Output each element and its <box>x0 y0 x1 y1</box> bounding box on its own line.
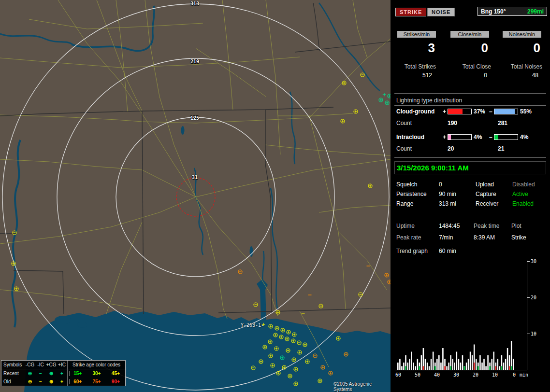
range-ring-label: 219 <box>190 59 199 64</box>
trend-axes <box>395 260 530 370</box>
age-code-60: 60+ <box>69 379 86 384</box>
strikes-per-min-value: 3 <box>397 41 435 56</box>
minus-sign: – <box>489 134 492 140</box>
minus-sign: – <box>489 108 492 115</box>
intracloud-label: Intracloud <box>396 134 424 140</box>
bearing-display: Bng 150° 299mi <box>478 7 547 16</box>
total-close-value: 0 <box>447 72 491 79</box>
stormtracker-window: 313 219 125 31 Y-263-1- ©2005 Astrogenic… <box>0 0 550 392</box>
ic-minus-old-icon: − <box>35 379 46 384</box>
cg-minus-bar <box>494 109 518 114</box>
peak-time-label: Peak time <box>474 223 499 229</box>
age-code-15: 15+ <box>69 371 86 376</box>
svg-text:20: 20 <box>531 295 536 300</box>
legend-col-ic-plus: +IC <box>57 362 67 367</box>
bearing-label: Bng 150° <box>481 8 506 15</box>
capture-status: Active <box>512 191 528 197</box>
trend-graph-label: Trend graph <box>396 248 428 254</box>
range-value: 313 mi <box>439 200 456 207</box>
svg-text:0: 0 <box>513 372 516 378</box>
ic-plus-old-icon: + <box>57 379 67 384</box>
plot-label: Plot <box>511 223 521 229</box>
range-label: Range <box>396 200 413 207</box>
age-code-75: 75+ <box>88 379 105 384</box>
map-view[interactable]: 313 219 125 31 Y-263-1- ©2005 Astrogenic… <box>0 0 391 392</box>
count-label: Count <box>396 145 412 152</box>
map-legend: Symbols -CG -IC +CG +IC Strike age color… <box>1 360 126 386</box>
svg-text:20: 20 <box>473 372 478 378</box>
control-panel: STRIKE NOISE Bng 150° 299mi Strikes/min … <box>392 0 550 392</box>
svg-text:10: 10 <box>492 372 498 378</box>
svg-text:30: 30 <box>453 372 459 378</box>
upload-label: Upload <box>476 181 494 188</box>
svg-text:40: 40 <box>434 372 440 378</box>
ic-plus-count: 20 <box>448 145 454 152</box>
bearing-range-value: 299mi <box>527 8 544 15</box>
cg-minus-recent-icon: ⊖ <box>25 371 35 376</box>
legend-header-row: Symbols -CG -IC +CG +IC Strike age color… <box>1 361 125 369</box>
legend-symbols-label: Symbols <box>1 362 25 367</box>
close-per-min-chip: Close/min <box>450 31 489 38</box>
peak-rate-value: 7/min <box>439 234 453 241</box>
range-ring-label: 125 <box>190 115 199 121</box>
cg-plus-count: 190 <box>448 120 457 126</box>
ic-minus-recent-icon: − <box>35 371 46 376</box>
svg-text:60: 60 <box>395 372 401 378</box>
persistence-value: 90 min <box>439 191 456 197</box>
legend-old-label: Old <box>1 379 25 384</box>
divider <box>394 157 546 158</box>
range-ring-label: 313 <box>190 1 199 6</box>
receiver-label: Receiver <box>476 200 498 207</box>
legend-col-cg-minus: -CG <box>25 362 35 367</box>
plus-sign: + <box>443 108 446 115</box>
distribution-title: Lightning type distribution <box>396 97 462 104</box>
copyright-text: ©2005 Astrogenic Systems <box>333 381 391 392</box>
count-label: Count <box>396 120 412 126</box>
cg-plus-bar <box>448 109 472 114</box>
uptime-value: 1484:45 <box>439 223 460 229</box>
legend-old-row: Old ⊖ − ⊕ + 60+ 75+ 90+ <box>1 378 125 386</box>
total-strikes-value: 512 <box>393 72 436 79</box>
ic-plus-bar <box>448 134 472 140</box>
legend-col-cg-plus: +CG <box>46 362 57 367</box>
strike-button[interactable]: STRIKE <box>395 8 426 16</box>
noise-button[interactable]: NOISE <box>427 8 455 16</box>
squelch-label: Squelch <box>396 181 417 188</box>
legend-age-title: Strike age color codes <box>67 361 125 369</box>
trend-x-unit: min <box>520 372 528 378</box>
age-code-30: 30+ <box>88 371 105 376</box>
ic-minus-bar <box>494 134 518 140</box>
cg-minus-old-icon: ⊖ <box>25 379 35 384</box>
ic-minus-count: 21 <box>498 145 504 152</box>
uptime-label: Uptime <box>396 223 415 229</box>
ic-plus-recent-icon: + <box>57 371 67 376</box>
trend-graph-duration: 60 min <box>439 248 456 254</box>
legend-col-ic-minus: -IC <box>35 362 46 367</box>
trend-bars <box>397 341 514 370</box>
total-strikes-label: Total Strikes <box>393 63 436 70</box>
upload-status: Disabled <box>512 181 535 188</box>
peak-rate-label: Peak rate <box>396 234 421 241</box>
cg-plus-pct: 37% <box>474 108 485 115</box>
persistence-label: Persistence <box>396 191 427 197</box>
total-noises-value: 48 <box>500 72 542 79</box>
noises-per-min-chip: Noises/min <box>503 31 541 38</box>
divider <box>394 217 546 217</box>
legend-recent-label: Recent <box>1 371 25 376</box>
cg-plus-old-icon: ⊕ <box>46 379 57 384</box>
plus-sign: + <box>443 134 446 140</box>
datetime-display: 3/15/2026 9:00:11 AM <box>394 161 546 174</box>
svg-text:50: 50 <box>415 372 420 378</box>
capture-label: Capture <box>476 191 496 197</box>
svg-text:30: 30 <box>531 259 536 264</box>
close-per-min-value: 0 <box>450 41 488 56</box>
cg-plus-recent-icon: ⊕ <box>46 371 57 376</box>
divider <box>394 105 546 106</box>
trend-y-ticks: 30 20 10 <box>531 259 536 336</box>
map-annotation: Y-263-1- <box>241 322 264 328</box>
receiver-status: Enabled <box>512 200 534 207</box>
svg-text:10: 10 <box>531 331 536 336</box>
cg-minus-count: 281 <box>498 120 507 126</box>
age-code-90: 90+ <box>107 379 124 384</box>
age-code-45: 45+ <box>107 371 124 376</box>
